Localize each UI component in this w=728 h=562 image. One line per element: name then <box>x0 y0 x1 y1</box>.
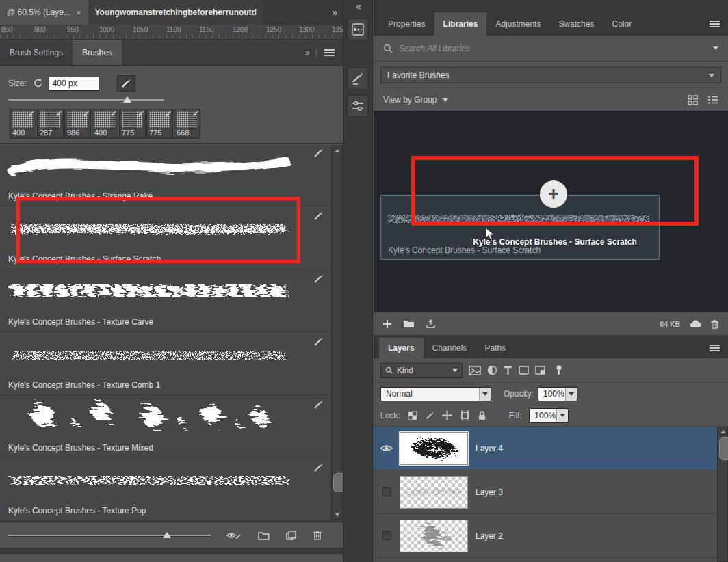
brush-list-item[interactable]: Kyle's Concept Brushes - Texture Pop <box>0 458 343 521</box>
panel-collapse-icon[interactable]: » <box>305 48 309 57</box>
filter-kind-dropdown[interactable]: Kind <box>380 363 463 378</box>
document-tab-current[interactable]: @ 60.5% (Laye... × <box>0 0 88 25</box>
reset-size-icon[interactable] <box>32 78 43 89</box>
collapse-panels-icon[interactable]: « <box>343 0 372 12</box>
opacity-dropdown[interactable]: 100% <box>538 387 577 401</box>
stroke-preview-toggle-icon[interactable] <box>226 531 242 540</box>
tab-channels[interactable]: Channels <box>424 338 476 358</box>
delete-item-trash-icon[interactable] <box>710 319 719 329</box>
brush-preset[interactable]: 775 <box>146 109 173 139</box>
brush-list-item[interactable]: Kyle's Concept Brushes - Texture Mixed <box>0 395 343 458</box>
lock-image-pixels-icon[interactable] <box>425 411 434 420</box>
panel-menu-icon[interactable] <box>324 48 335 57</box>
brush-preset[interactable]: 400 <box>10 109 36 139</box>
brush-size-input[interactable] <box>49 77 99 91</box>
layer-name[interactable]: Layer 2 <box>476 531 503 541</box>
brush-size-slider[interactable] <box>8 99 164 101</box>
filter-smart-objects-icon[interactable] <box>535 366 545 375</box>
layers-scrollbar[interactable] <box>717 427 728 562</box>
close-tab-icon[interactable]: × <box>76 8 81 18</box>
tab-adjustments[interactable]: Adjustments <box>486 12 549 36</box>
brush-preset[interactable]: 986 <box>64 109 91 139</box>
scroll-up-icon[interactable] <box>335 149 340 152</box>
blend-mode-dropdown[interactable]: Normal <box>380 387 491 401</box>
layer-row-selected[interactable]: Layer 4 <box>374 427 728 470</box>
layer-name[interactable]: Layer 4 <box>476 444 503 453</box>
brush-preset[interactable]: 668 <box>174 109 200 139</box>
brush-preset[interactable]: 287 <box>37 109 64 139</box>
filter-pixel-layers-icon[interactable] <box>469 366 481 375</box>
filter-shape-layers-icon[interactable] <box>519 366 529 375</box>
tab-libraries[interactable]: Libraries <box>434 12 487 36</box>
filter-type-layers-icon[interactable] <box>504 366 512 375</box>
tab-overflow-chevrons-icon[interactable]: » <box>325 0 343 25</box>
brush-preset[interactable]: 400 <box>92 109 118 139</box>
brushes-panel-icon[interactable] <box>347 68 369 90</box>
visibility-cell[interactable] <box>374 427 400 470</box>
view-by-group-dropdown[interactable]: View by Group <box>383 95 437 105</box>
opacity-label: Opacity: <box>504 389 534 399</box>
lock-all-padlock-icon[interactable] <box>478 410 486 420</box>
visibility-checkbox-empty[interactable] <box>382 531 391 540</box>
tab-layers[interactable]: Layers <box>379 338 424 358</box>
layer-row[interactable]: Layer 2 <box>374 514 728 558</box>
brush-list-item[interactable]: Kyle's Concept Brushes - Texture Carve <box>0 269 343 332</box>
brush-list-item[interactable]: Kyle's Concept Brushes - Strange Rake <box>0 144 343 206</box>
scroll-up-icon[interactable] <box>720 430 726 433</box>
layer-thumbnail[interactable] <box>400 476 468 509</box>
share-upload-icon[interactable] <box>426 319 436 329</box>
new-group-folder-icon[interactable] <box>403 319 415 328</box>
layer-thumbnail[interactable] <box>400 520 468 552</box>
layer-thumbnail[interactable] <box>400 432 468 465</box>
slider-handle[interactable] <box>123 96 131 103</box>
brush-list-scrollbar[interactable] <box>331 146 342 520</box>
delete-brush-trash-icon[interactable] <box>313 530 322 540</box>
new-group-folder-icon[interactable] <box>258 531 270 540</box>
document-tab-label: @ 60.5% (Laye... <box>7 8 70 17</box>
brush-list-item-selected[interactable]: Kyle's Concept Brushes - Surface Scratch <box>0 206 343 269</box>
libraries-panel-icon[interactable] <box>347 95 369 117</box>
lock-transparency-icon[interactable] <box>408 411 417 420</box>
panel-menu-icon[interactable] <box>710 343 720 353</box>
visibility-cell[interactable] <box>374 470 400 513</box>
chevron-down-icon[interactable] <box>443 98 448 102</box>
library-select-dropdown[interactable]: Favorite Brushes <box>380 67 721 83</box>
layer-name[interactable]: Layer 3 <box>476 487 503 497</box>
tab-color[interactable]: Color <box>603 12 640 36</box>
lock-label: Lock: <box>380 411 400 420</box>
tab-brush-settings[interactable]: Brush Settings <box>0 40 73 65</box>
tab-brushes[interactable]: Brushes <box>73 40 122 65</box>
add-content-plus-icon[interactable] <box>382 319 392 329</box>
brush-list-item[interactable]: Kyle's Concept Brushes - Texture Comb 1 <box>0 332 343 395</box>
new-brush-icon[interactable] <box>286 531 296 540</box>
brush-settings-panel-icon[interactable] <box>347 18 369 40</box>
visibility-checkbox-empty[interactable] <box>382 487 391 496</box>
fill-dropdown[interactable]: 100% <box>529 408 569 423</box>
document-tab-other[interactable]: Youngwomanstretchingbeforeherrunoutd <box>88 0 263 25</box>
panel-resize-strip[interactable] <box>0 548 343 554</box>
thumbnail-size-slider[interactable] <box>8 535 211 536</box>
list-view-icon[interactable] <box>707 95 718 105</box>
lock-position-icon[interactable] <box>442 410 452 420</box>
brush-preset[interactable]: 775 <box>119 109 146 139</box>
cloud-sync-icon[interactable] <box>689 319 701 328</box>
search-icon <box>383 44 393 53</box>
scroll-down-icon[interactable] <box>335 513 340 516</box>
chevron-down-icon[interactable] <box>713 46 718 50</box>
brush-preview-toggle[interactable] <box>117 75 135 92</box>
grid-view-icon[interactable] <box>688 95 698 105</box>
tab-swatches[interactable]: Swatches <box>549 12 603 36</box>
panel-menu-icon[interactable] <box>710 19 720 29</box>
scrollbar-thumb[interactable] <box>333 473 343 492</box>
tab-properties[interactable]: Properties <box>379 12 434 36</box>
lock-artboard-icon[interactable] <box>460 410 470 420</box>
filter-adjustment-layers-icon[interactable] <box>487 365 497 375</box>
brush-tip-icon <box>56 110 62 116</box>
scrollbar-thumb[interactable] <box>719 437 728 460</box>
tab-paths[interactable]: Paths <box>476 338 515 358</box>
library-search-field[interactable]: Search All Libraries <box>374 36 728 62</box>
layer-row[interactable]: Layer 3 <box>374 470 728 514</box>
visibility-cell[interactable] <box>374 514 400 557</box>
layer-filtering-toggle-icon[interactable] <box>556 365 562 375</box>
slider-handle[interactable] <box>163 532 171 538</box>
